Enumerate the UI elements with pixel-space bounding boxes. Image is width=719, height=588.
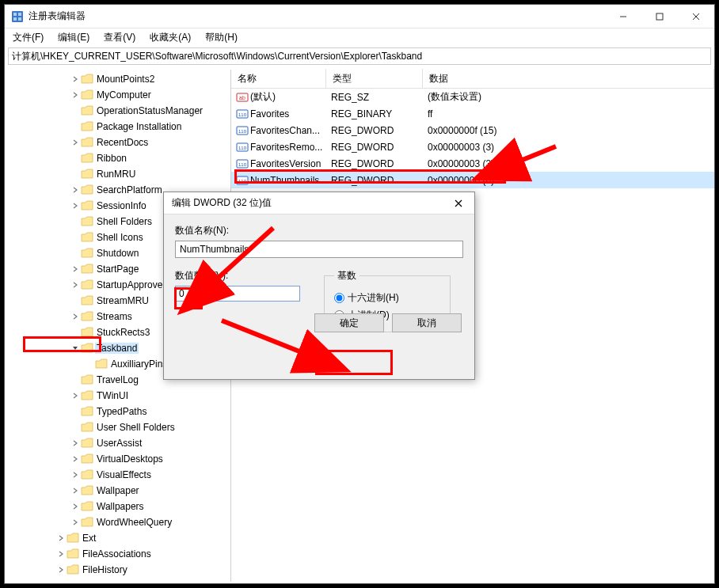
- tree-item[interactable]: Wallpaper: [5, 483, 230, 499]
- svg-rect-1: [13, 13, 17, 16]
- tree-label: Taskband: [95, 343, 139, 354]
- caret-right-icon[interactable]: [55, 564, 67, 575]
- cell-data: 0x0000000f (15): [423, 125, 714, 136]
- caret-right-icon[interactable]: [70, 184, 81, 195]
- cell-data: 0x00000003 (3): [423, 142, 714, 153]
- string-icon: ab: [236, 91, 249, 104]
- caret-right-icon[interactable]: [70, 311, 81, 322]
- caret-none: [70, 295, 81, 306]
- tree-item[interactable]: User Shell Folders: [5, 419, 230, 435]
- caret-right-icon[interactable]: [70, 501, 81, 512]
- tree-item[interactable]: Ext: [5, 530, 230, 546]
- svg-text:ab: ab: [239, 95, 245, 101]
- list-row[interactable]: 110NumThumbnailsREG_DWORD0x00000000 (0): [231, 172, 714, 188]
- tree-item[interactable]: RunMRU: [5, 166, 230, 182]
- ok-button[interactable]: 确定: [314, 313, 384, 332]
- tree-item[interactable]: FileHistory: [5, 562, 230, 578]
- folder-icon: [81, 311, 93, 322]
- caret-none: [70, 422, 81, 433]
- menu-edit[interactable]: 编辑(E): [55, 29, 93, 46]
- folder-icon: [81, 501, 93, 512]
- tree-item[interactable]: WordWheelQuery: [5, 514, 230, 530]
- address-bar[interactable]: 计算机\HKEY_CURRENT_USER\Software\Microsoft…: [8, 47, 711, 65]
- tree-item[interactable]: TWinUI: [5, 388, 230, 404]
- tree-item[interactable]: OperationStatusManager: [5, 103, 230, 119]
- tree-item[interactable]: MountPoints2: [5, 71, 230, 87]
- tree-item[interactable]: VirtualDesktops: [5, 451, 230, 467]
- tree-label: Shell Folders: [95, 216, 154, 227]
- folder-icon: [81, 200, 93, 211]
- folder-icon: [81, 264, 93, 275]
- value-name-input[interactable]: [175, 241, 463, 258]
- tree-item[interactable]: TypedPaths: [5, 404, 230, 419]
- app-icon: [11, 10, 24, 23]
- titlebar: 注册表编辑器: [5, 5, 714, 28]
- caret-right-icon[interactable]: [70, 137, 81, 148]
- caret-right-icon[interactable]: [70, 264, 81, 275]
- list-row[interactable]: 110FavoritesRemo...REG_DWORD0x00000003 (…: [231, 138, 714, 155]
- menu-favorites[interactable]: 收藏夹(A): [146, 29, 194, 46]
- caret-down-icon[interactable]: [70, 343, 81, 354]
- caret-right-icon[interactable]: [70, 390, 81, 401]
- hex-radio[interactable]: [334, 293, 344, 303]
- svg-rect-4: [18, 17, 21, 21]
- caret-right-icon[interactable]: [70, 485, 81, 496]
- col-data[interactable]: 数据: [423, 69, 714, 89]
- tree-label: AuxilliaryPins: [109, 358, 169, 370]
- menu-help[interactable]: 帮助(H): [202, 29, 241, 46]
- tree-item[interactable]: VisualEffects: [5, 467, 230, 483]
- caret-right-icon[interactable]: [70, 438, 81, 449]
- menu-file[interactable]: 文件(F): [10, 29, 47, 46]
- close-button[interactable]: [678, 5, 714, 28]
- cell-name: 110FavoritesVersion: [231, 157, 326, 170]
- menu-view[interactable]: 查看(V): [101, 29, 139, 46]
- folder-icon: [67, 564, 79, 575]
- caret-right-icon[interactable]: [70, 200, 81, 211]
- folder-icon: [81, 105, 93, 116]
- caret-right-icon[interactable]: [70, 74, 81, 85]
- tree-item[interactable]: Wallpapers: [5, 499, 230, 514]
- caret-right-icon[interactable]: [70, 453, 81, 465]
- value-data-input[interactable]: [175, 286, 300, 302]
- tree-label: StartupApproved: [95, 279, 169, 290]
- tree-label: Wallpapers: [95, 501, 146, 512]
- hex-label: 十六进制(H): [348, 291, 399, 305]
- cell-type: REG_DWORD: [326, 175, 423, 186]
- dialog-close-button[interactable]: [443, 192, 474, 214]
- tree-item[interactable]: RecentDocs: [5, 135, 230, 150]
- tree-item[interactable]: Ribbon: [5, 150, 230, 166]
- col-type[interactable]: 类型: [326, 69, 423, 89]
- tree-item[interactable]: Package Installation: [5, 119, 230, 135]
- tree-label: MyComputer: [95, 89, 153, 101]
- tree-label: VirtualDesktops: [95, 453, 165, 465]
- col-name[interactable]: 名称: [231, 69, 326, 89]
- tree-item[interactable]: UserAssist: [5, 435, 230, 451]
- caret-right-icon[interactable]: [55, 533, 67, 544]
- dialog-body: 数值名称(N): 数值数据(V): 基数 十六进制(H) 十进制(D) 确定: [164, 214, 474, 342]
- list-row[interactable]: ab(默认)REG_SZ(数值未设置): [231, 89, 714, 105]
- folder-icon: [81, 279, 93, 290]
- tree-label: Ribbon: [95, 153, 128, 164]
- tree-item[interactable]: MyComputer: [5, 87, 230, 103]
- caret-none: [70, 232, 81, 243]
- minimize-button[interactable]: [605, 5, 641, 28]
- caret-right-icon[interactable]: [70, 89, 81, 101]
- caret-right-icon[interactable]: [70, 469, 81, 480]
- list-row[interactable]: 110FavoritesREG_BINARYff: [231, 105, 714, 122]
- tree-item[interactable]: FileAssociations: [5, 546, 230, 562]
- folder-icon: [81, 216, 93, 227]
- binary-icon: 110: [236, 108, 249, 120]
- hex-radio-row[interactable]: 十六进制(H): [334, 289, 440, 306]
- cancel-button[interactable]: 取消: [392, 313, 462, 332]
- caret-right-icon[interactable]: [70, 279, 81, 290]
- list-row[interactable]: 110FavoritesVersionREG_DWORD0x00000003 (…: [231, 155, 714, 172]
- maximize-button[interactable]: [641, 5, 678, 28]
- value-name: FavoritesChan...: [250, 125, 320, 136]
- caret-right-icon[interactable]: [55, 548, 67, 560]
- folder-icon: [81, 295, 93, 306]
- list-row[interactable]: 110FavoritesChan...REG_DWORD0x0000000f (…: [231, 122, 714, 138]
- dialog-titlebar: 编辑 DWORD (32 位)值: [164, 192, 474, 214]
- cell-data: 0x00000000 (0): [423, 175, 714, 186]
- tree-label: StuckRects3: [95, 327, 151, 338]
- caret-right-icon[interactable]: [70, 517, 81, 528]
